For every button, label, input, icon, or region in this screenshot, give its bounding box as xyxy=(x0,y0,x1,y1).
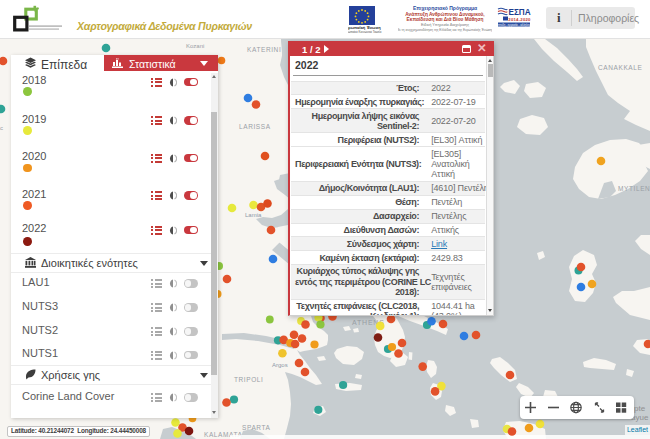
svg-text:SPARTA: SPARTA xyxy=(242,424,271,431)
svg-text:Με τη συγχρηματοδότηση της Ελλ: Με τη συγχρηματοδότηση της Ελλάδας και τ… xyxy=(398,28,492,32)
svg-text:Lamia: Lamia xyxy=(245,212,262,218)
svg-text:c: c xyxy=(0,125,3,131)
svg-text:KATERINI: KATERINI xyxy=(247,46,281,53)
svg-text:ΕΣΠΑ: ΕΣΠΑ xyxy=(509,8,531,17)
svg-text:Επιχειρησιακό Πρόγραμμα: Επιχειρησιακό Πρόγραμμα xyxy=(413,5,478,11)
svg-text:Ειδική Υπηρεσία Διαχείρισης: Ειδική Υπηρεσία Διαχείρισης xyxy=(421,23,469,27)
svg-text:2014-2020: 2014-2020 xyxy=(508,17,531,22)
svg-text:LARISSA: LARISSA xyxy=(239,123,271,130)
svg-text:Kozani: Kozani xyxy=(186,43,204,49)
svg-text:pte: pte xyxy=(634,404,646,413)
svg-text:MYTILENE: MYTILENE xyxy=(618,185,650,192)
svg-text:ανάπτυξη - εργασία - αλληλεγγύ: ανάπτυξη - εργασία - αλληλεγγύη xyxy=(496,23,532,27)
svg-text:Εκπαίδευση και Διά Βίου Μάθηση: Εκπαίδευση και Διά Βίου Μάθηση xyxy=(407,17,484,22)
svg-text:CANAKKALE: CANAKKALE xyxy=(598,64,642,71)
svg-text:TRIPOLI: TRIPOLI xyxy=(234,376,263,383)
svg-text:Argos: Argos xyxy=(272,362,288,368)
svg-text:Ευρωπαϊκό Κοινωνικό Ταμείο: Ευρωπαϊκό Κοινωνικό Ταμείο xyxy=(348,30,382,33)
